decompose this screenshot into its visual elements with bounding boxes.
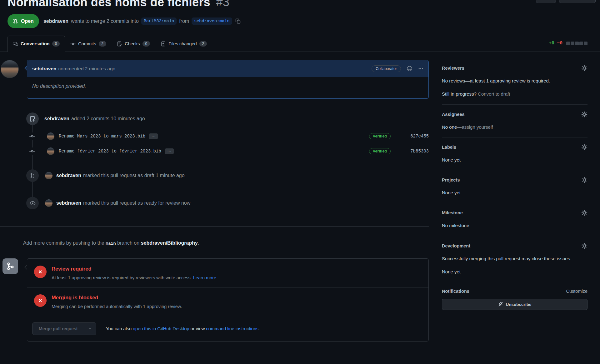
sidebar-notifications: Notifications Customize Unsubscribe (442, 282, 588, 317)
head-branch-label[interactable]: sebdraven:main (192, 17, 232, 25)
sidebar-labels: Labels None yet (442, 137, 588, 170)
review-required-section: Review required At least 1 approving rev… (27, 259, 428, 287)
review-required-body: At least 1 approving review is required … (52, 275, 218, 280)
pr-author-link[interactable]: sebdraven (43, 18, 68, 24)
diffstat: +0 −0 (549, 41, 588, 46)
checklist-icon (117, 41, 122, 47)
commit-message-link[interactable]: Rename février 2023 to février_2023.bib (59, 149, 161, 154)
commit-expand-button[interactable]: … (149, 133, 158, 139)
tab-files-count: 2 (199, 41, 207, 47)
development-settings-button[interactable] (581, 243, 588, 249)
convert-to-draft-link[interactable]: Convert to draft (478, 91, 510, 97)
milestone-settings-button[interactable] (581, 210, 588, 216)
pr-header: Normalisation des noms de fichiers #3 Ed… (0, 0, 600, 28)
event-author-link[interactable]: sebdraven (44, 116, 69, 122)
development-title: Development (442, 243, 470, 248)
conversation-column: sebdraven commented 2 minutes ago Collab… (0, 60, 429, 364)
reviewers-settings-button[interactable] (581, 65, 588, 71)
pr-content: sebdraven commented 2 minutes ago Collab… (0, 52, 600, 364)
push-note: Add more commits by pushing to the main … (23, 240, 429, 246)
avatar[interactable] (47, 147, 54, 155)
event-author-link[interactable]: sebdraven (56, 200, 81, 206)
git-commit-icon (70, 41, 76, 47)
pr-meta-row: Open sebdraven wants to merge 2 commits … (8, 14, 588, 28)
github-pr-page: { "header": { "title": "Normalisation de… (0, 0, 600, 364)
commit-message-link[interactable]: Rename Mars 2023 to mars_2023.bib (59, 134, 145, 139)
projects-settings-button[interactable] (581, 177, 588, 183)
unsubscribe-button[interactable]: Unsubscribe (442, 299, 588, 310)
command-line-link[interactable]: command line instructions (206, 326, 259, 331)
merging-blocked-body: Merging can be performed automatically w… (52, 304, 182, 309)
gear-icon (581, 111, 588, 117)
event-text: sebdraven added 2 commits 10 minutes ago (44, 116, 145, 122)
chevron-down-icon (88, 327, 92, 331)
comment-timestamp[interactable]: commented 2 minutes ago (58, 66, 116, 72)
draft-event: sebdraven marked this pull request as dr… (0, 169, 429, 182)
pr-description-comment: sebdraven commented 2 minutes ago Collab… (0, 60, 429, 99)
projects-empty-text: None yet (442, 189, 588, 196)
customize-notifications-link[interactable]: Customize (566, 289, 588, 294)
edit-button[interactable]: Edit (536, 0, 556, 3)
gear-icon (581, 65, 588, 71)
repo-push-icon (26, 112, 39, 125)
learn-more-link[interactable]: Learn more. (193, 275, 218, 280)
bell-slash-icon (498, 302, 503, 307)
code-button[interactable]: Code (559, 0, 596, 3)
notifications-title: Notifications (442, 289, 469, 294)
github-desktop-link[interactable]: open this in GitHub Desktop (133, 326, 189, 331)
still-in-progress-text: Still in progress? (442, 91, 477, 97)
event-text: sebdraven marked this pull request as re… (56, 200, 190, 206)
event-text: sebdraven marked this pull request as dr… (56, 173, 185, 178)
pr-number: #3 (216, 0, 230, 9)
diffstat-additions: +0 (549, 41, 554, 46)
alternate-merge-options: You can also open this in GitHub Desktop… (106, 326, 260, 331)
sidebar-development: Development Successfully merging this pu… (442, 236, 588, 282)
event-author-link[interactable]: sebdraven (56, 173, 81, 178)
base-branch-label[interactable]: BartM82:main (141, 17, 177, 25)
labels-settings-button[interactable] (581, 144, 588, 150)
assign-yourself-link[interactable]: assign yourself (462, 124, 493, 130)
pr-timeline: sebdraven added 2 commits 10 minutes ago… (0, 112, 429, 209)
repo-link[interactable]: sebdraven/Bibliography (141, 240, 198, 246)
development-body-text: Successfully merging this pull request m… (442, 255, 588, 262)
labels-title: Labels (442, 145, 456, 150)
sidebar-milestone: Milestone No milestone (442, 203, 588, 236)
commit-expand-button[interactable]: … (165, 148, 174, 154)
verified-badge[interactable]: Verified (369, 133, 391, 139)
reviewers-title: Reviewers (442, 66, 464, 71)
merge-options-button[interactable] (84, 322, 96, 335)
add-reaction-button[interactable] (407, 66, 412, 72)
avatar[interactable] (45, 199, 52, 207)
commits-added-event: sebdraven added 2 commits 10 minutes ago (0, 112, 429, 125)
smiley-icon (407, 66, 412, 72)
avatar[interactable] (47, 132, 54, 140)
avatar[interactable] (1, 60, 19, 78)
git-pull-request-icon (13, 18, 18, 24)
eye-icon (26, 197, 39, 209)
review-required-title: Review required (52, 266, 218, 272)
comment-options-button[interactable] (418, 66, 423, 71)
assignees-settings-button[interactable] (581, 111, 588, 117)
merge-status-row: Review required At least 1 approving rev… (0, 258, 429, 364)
copy-branch-button[interactable] (235, 18, 241, 24)
ready-for-review-event: sebdraven marked this pull request as re… (0, 197, 429, 209)
tab-files-changed[interactable]: Files changed 2 (155, 36, 212, 52)
verified-badge[interactable]: Verified (369, 148, 391, 154)
milestone-empty-text: No milestone (442, 222, 588, 229)
comment-author-link[interactable]: sebdraven (32, 66, 57, 72)
kebab-horizontal-icon (418, 66, 423, 71)
commit-hash-link[interactable]: 7b85303 (391, 149, 429, 154)
avatar[interactable] (45, 172, 52, 179)
collaborator-badge: Collaborator (372, 65, 401, 72)
tab-conversation[interactable]: Conversation 0 (8, 36, 65, 52)
commit-hash-link[interactable]: 627c455 (391, 134, 429, 139)
pr-title-text: Normalisation des noms de fichiers (8, 0, 210, 9)
gear-icon (581, 210, 588, 216)
merge-pull-request-button[interactable]: Merge pull request (32, 322, 84, 335)
sidebar-assignees: Assignees No one—assign yourself (442, 105, 588, 137)
tab-checks-count: 0 (142, 41, 150, 47)
tab-commits[interactable]: Commits 2 (65, 36, 112, 52)
git-commit-icon (29, 132, 35, 140)
tab-checks[interactable]: Checks 0 (112, 36, 155, 52)
commit-row: Rename Mars 2023 to mars_2023.bib … Veri… (0, 132, 429, 140)
